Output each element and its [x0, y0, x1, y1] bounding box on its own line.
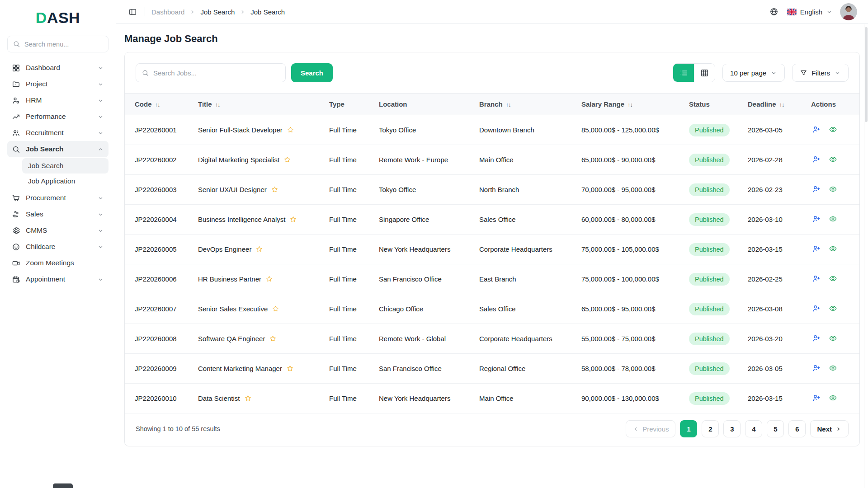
page-button-2[interactable]: 2: [702, 420, 719, 437]
job-code: JP220260006: [125, 264, 193, 294]
sidebar-item-recruitment[interactable]: Recruitment: [7, 125, 108, 141]
assign-user-button[interactable]: [811, 184, 821, 196]
column-header-branch[interactable]: Branch↑↓: [474, 94, 576, 115]
column-header-deadline[interactable]: Deadline↑↓: [742, 94, 806, 115]
sidebar-item-job-search[interactable]: Job Search: [7, 141, 108, 157]
page-button-4[interactable]: 4: [745, 420, 762, 437]
view-job-button[interactable]: [828, 303, 838, 315]
eye-icon: [829, 397, 837, 404]
breadcrumb-item-dashboard-0[interactable]: Dashboard: [151, 8, 184, 16]
sidebar-subitem-job-application[interactable]: Job Application: [22, 174, 108, 189]
view-job-button[interactable]: [828, 154, 838, 166]
job-deadline: 2026-03-05: [742, 115, 806, 145]
sidebar-item-performance[interactable]: Performance: [7, 108, 108, 125]
sidebar-item-dashboard[interactable]: Dashboard: [7, 60, 108, 76]
favorite-star-icon[interactable]: [255, 245, 263, 253]
sidebar-item-childcare[interactable]: Childcare: [7, 239, 108, 255]
assign-user-button[interactable]: [811, 393, 821, 404]
favorite-star-icon[interactable]: [286, 365, 294, 372]
globe-button[interactable]: [768, 6, 780, 18]
user-plus-icon: [812, 158, 821, 165]
view-job-button[interactable]: [828, 214, 838, 225]
status-badge: Published: [689, 362, 730, 375]
cart-icon: [12, 194, 20, 202]
eye-icon: [829, 307, 837, 314]
grid-view-button[interactable]: [694, 64, 715, 82]
favorite-star-icon[interactable]: [272, 305, 279, 313]
favorite-star-icon[interactable]: [269, 335, 277, 343]
grid-view-icon: [700, 69, 709, 77]
table-row: JP220260007Senior Sales ExecutiveFull Ti…: [125, 294, 859, 324]
page-button-6[interactable]: 6: [788, 420, 806, 437]
view-job-button[interactable]: [828, 184, 838, 196]
language-selector[interactable]: English: [787, 8, 833, 16]
breadcrumb-item-job-search-1[interactable]: Job Search: [200, 8, 235, 16]
sidebar-item-appointment[interactable]: Appointment: [7, 271, 108, 287]
assign-user-button[interactable]: [811, 273, 821, 285]
recruit-icon: [12, 129, 20, 137]
job-code: JP220260001: [125, 115, 193, 145]
table-row: JP220260004Business Intelligence Analyst…: [125, 205, 859, 235]
column-header-code[interactable]: Code↑↓: [125, 94, 193, 115]
table-row: JP220260008Software QA EngineerFull Time…: [125, 324, 859, 354]
page-button-3[interactable]: 3: [723, 420, 741, 437]
language-label: English: [800, 8, 822, 16]
view-toggle: [673, 63, 715, 82]
per-page-select[interactable]: 10 per page: [722, 64, 785, 82]
page-button-5[interactable]: 5: [767, 420, 784, 437]
assign-user-button[interactable]: [811, 303, 821, 315]
assign-user-button[interactable]: [811, 124, 821, 136]
job-code: JP220260010: [125, 384, 193, 413]
sidebar-item-project[interactable]: Project: [7, 76, 108, 92]
view-job-button[interactable]: [828, 333, 838, 345]
search-button[interactable]: Search: [291, 63, 333, 82]
column-header-salary-range[interactable]: Salary Range↑↓: [576, 94, 684, 115]
list-view-button[interactable]: [673, 64, 694, 82]
job-title: Data Scientist: [193, 384, 324, 413]
favorite-star-icon[interactable]: [283, 156, 291, 164]
sidebar-item-sales[interactable]: Sales: [7, 206, 108, 222]
sidebar-item-procurement[interactable]: Procurement: [7, 190, 108, 206]
favorite-star-icon[interactable]: [289, 216, 297, 223]
chevron-down-icon: [97, 276, 104, 283]
sidebar-subitem-job-search[interactable]: Job Search: [22, 158, 108, 174]
favorite-star-icon[interactable]: [244, 394, 252, 402]
sidebar-item-label: Dashboard: [26, 64, 92, 72]
jobs-search-input[interactable]: [153, 69, 280, 77]
page-button-1[interactable]: 1: [680, 420, 697, 437]
user-avatar[interactable]: [840, 3, 857, 20]
favorite-star-icon[interactable]: [265, 275, 273, 283]
user-plus-icon: [812, 128, 821, 135]
view-job-button[interactable]: [828, 393, 838, 404]
favorite-star-icon[interactable]: [287, 126, 294, 134]
assign-user-button[interactable]: [811, 363, 821, 375]
view-job-button[interactable]: [828, 244, 838, 255]
view-job-button[interactable]: [828, 363, 838, 375]
filters-button[interactable]: Filters: [792, 64, 849, 82]
sidebar-item-zoom-meetings[interactable]: Zoom Meetings: [7, 255, 108, 271]
view-job-button[interactable]: [828, 124, 838, 136]
sidebar-search-input[interactable]: [24, 41, 109, 48]
sidebar-item-cmms[interactable]: CMMS: [7, 222, 108, 239]
previous-page-button[interactable]: Previous: [626, 420, 675, 437]
column-header-title[interactable]: Title↑↓: [193, 94, 324, 115]
favorite-star-icon[interactable]: [271, 186, 278, 193]
assign-user-button[interactable]: [811, 244, 821, 255]
job-deadline: 2026-02-23: [742, 175, 806, 205]
user-plus-icon: [812, 337, 821, 344]
assign-user-button[interactable]: [811, 333, 821, 345]
sidebar-toggle-button[interactable]: [127, 6, 138, 18]
assign-user-button[interactable]: [811, 154, 821, 166]
next-page-button[interactable]: Next: [810, 420, 849, 437]
job-type: Full Time: [324, 115, 373, 145]
scrollbar-thumb[interactable]: [865, 27, 868, 122]
results-summary: Showing 1 to 10 of 55 results: [136, 425, 220, 432]
view-job-button[interactable]: [828, 273, 838, 285]
brand-logo: DASH: [7, 9, 108, 27]
breadcrumb-item-job-search-2[interactable]: Job Search: [250, 8, 285, 16]
assign-user-button[interactable]: [811, 214, 821, 225]
vertical-scrollbar[interactable]: [864, 24, 868, 488]
job-title: Senior Full-Stack Developer: [193, 115, 324, 145]
user-plus-icon: [812, 307, 821, 314]
sidebar-item-hrm[interactable]: HRM: [7, 92, 108, 108]
